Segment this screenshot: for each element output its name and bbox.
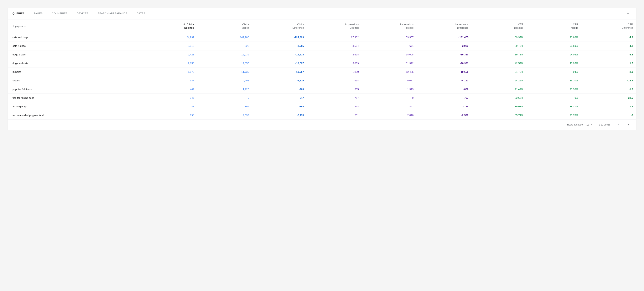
value-cell: 4,402: [197, 76, 252, 85]
header-ctr-difference[interactable]: CTRDifference: [581, 19, 636, 33]
header-impressions-desktop[interactable]: ImpressionsDesktop: [307, 19, 362, 33]
tab-devices[interactable]: DEVICES: [72, 8, 93, 19]
value-cell: 447: [362, 102, 417, 111]
value-cell: -131,455: [417, 33, 472, 41]
value-cell: -808: [417, 85, 472, 93]
table-row: kittens5874,402-3,8159145,077-4,16364.22…: [8, 76, 636, 85]
table-body: cats and dogs24,937149,260-124,32327,902…: [8, 33, 636, 119]
header-top-queries[interactable]: Top queries: [8, 19, 142, 33]
filter-icon: [626, 12, 630, 15]
header-ctr-mobile[interactable]: CTRMobile: [526, 19, 581, 33]
value-cell: 247: [142, 93, 197, 102]
value-cell: -10,655: [417, 67, 472, 76]
value-cell: 2,810: [362, 111, 417, 119]
tab-search-appearance[interactable]: SEARCH APPEARANCE: [93, 8, 132, 19]
tab-pages[interactable]: PAGES: [29, 8, 47, 19]
value-cell: 587: [142, 76, 197, 85]
tab-queries[interactable]: QUERIES: [8, 8, 29, 19]
value-cell: 5,077: [362, 76, 417, 85]
header-impressions-mobile[interactable]: ImpressionsMobile: [362, 19, 417, 33]
next-page-button[interactable]: [625, 122, 632, 128]
value-cell: -4.2: [581, 41, 636, 50]
value-cell: 89.37%: [472, 33, 526, 41]
query-cell[interactable]: tips for raising dogs: [8, 93, 142, 102]
rows-per-page-select[interactable]: 10: [586, 123, 593, 126]
value-cell: 93.30%: [526, 85, 581, 93]
value-cell: 247: [252, 93, 307, 102]
value-cell: 32.6: [581, 93, 636, 102]
value-cell: 2,585: [252, 41, 307, 50]
pagination-arrows: [616, 122, 632, 128]
value-cell: 89.40%: [472, 41, 526, 50]
value-cell: -4.3: [581, 33, 636, 41]
value-cell: 1.6: [581, 102, 636, 111]
value-cell: -15,310: [417, 50, 472, 59]
value-cell: 1.6: [581, 59, 636, 67]
value-cell: -2,579: [417, 111, 472, 119]
value-cell: 12,485: [362, 67, 417, 76]
table-footer: Rows per page: 10 1-10 of 568: [8, 119, 636, 130]
value-cell: -4,163: [417, 76, 472, 85]
value-cell: -8: [581, 111, 636, 119]
value-cell: 1,830: [307, 67, 362, 76]
filter-button[interactable]: [624, 10, 632, 17]
query-cell[interactable]: puppies & kittens: [8, 85, 142, 93]
table-scroll[interactable]: Top queriesClicksDesktopClicksMobileClic…: [8, 19, 636, 119]
value-cell: 198: [142, 111, 197, 119]
value-cell: -763: [252, 85, 307, 93]
value-cell: 757: [417, 93, 472, 102]
value-cell: 628: [197, 41, 252, 50]
value-cell: 89.73%: [472, 50, 526, 59]
header-clicks-difference[interactable]: ClicksDifference: [252, 19, 307, 33]
table-row: recommended puppies food1982,633-2,43523…: [8, 111, 636, 119]
tab-dates[interactable]: DATES: [132, 8, 150, 19]
value-cell: 0%: [526, 93, 581, 102]
value-cell: 1,225: [197, 85, 252, 93]
rows-per-page: Rows per page: 10: [567, 123, 593, 126]
value-cell: 462: [142, 85, 197, 93]
value-cell: 64.22%: [472, 76, 526, 85]
value-cell: -3,815: [252, 76, 307, 85]
value-cell: 0: [197, 93, 252, 102]
query-cell[interactable]: recommended puppies food: [8, 111, 142, 119]
value-cell: 0: [362, 93, 417, 102]
query-cell[interactable]: dogs & cats: [8, 50, 142, 59]
value-cell: 40.95%: [526, 59, 581, 67]
value-cell: -4.3: [581, 50, 636, 59]
table-row: puppies1,67911,736-10,0571,83012,485-10,…: [8, 67, 636, 76]
value-cell: 18,008: [362, 50, 417, 59]
query-cell[interactable]: cats and dogs: [8, 33, 142, 41]
value-cell: -26,323: [417, 59, 472, 67]
query-cell[interactable]: kittens: [8, 76, 142, 85]
value-cell: 914: [307, 76, 362, 85]
value-cell: 12,855: [197, 59, 252, 67]
value-cell: -2.3: [581, 67, 636, 76]
value-cell: 27,902: [307, 33, 362, 41]
value-cell: 42.57%: [472, 59, 526, 67]
rows-per-page-value: 10: [586, 123, 589, 126]
prev-page-button[interactable]: [616, 122, 622, 128]
value-cell: 757: [307, 93, 362, 102]
value-cell: 2,421: [142, 50, 197, 59]
table-row: cats & dogs3,2136282,5853,5946712,92389.…: [8, 41, 636, 50]
query-cell[interactable]: training dogs: [8, 102, 142, 111]
chevron-right-icon: [626, 123, 630, 127]
header-clicks-mobile[interactable]: ClicksMobile: [197, 19, 252, 33]
tab-countries[interactable]: COUNTRIES: [47, 8, 72, 19]
query-cell[interactable]: cats & dogs: [8, 41, 142, 50]
value-cell: 395: [197, 102, 252, 111]
value-cell: 3,213: [142, 41, 197, 50]
value-cell: 11,736: [197, 67, 252, 76]
value-cell: -124,323: [252, 33, 307, 41]
value-cell: 2,633: [197, 111, 252, 119]
value-cell: -154: [252, 102, 307, 111]
tabs: QUERIESPAGESCOUNTRIESDEVICESSEARCH APPEA…: [8, 8, 150, 19]
table-row: training dogs241395-154268447-17989.93%8…: [8, 102, 636, 111]
value-cell: 89.93%: [472, 102, 526, 111]
header-clicks-desktop[interactable]: ClicksDesktop: [142, 19, 197, 33]
query-cell[interactable]: puppies: [8, 67, 142, 76]
header-ctr-desktop[interactable]: CTRDesktop: [472, 19, 526, 33]
query-cell[interactable]: dogs and cats: [8, 59, 142, 67]
header-impressions-difference[interactable]: ImpressionsDifference: [417, 19, 472, 33]
pagination-range: 1-10 of 568: [598, 123, 610, 126]
